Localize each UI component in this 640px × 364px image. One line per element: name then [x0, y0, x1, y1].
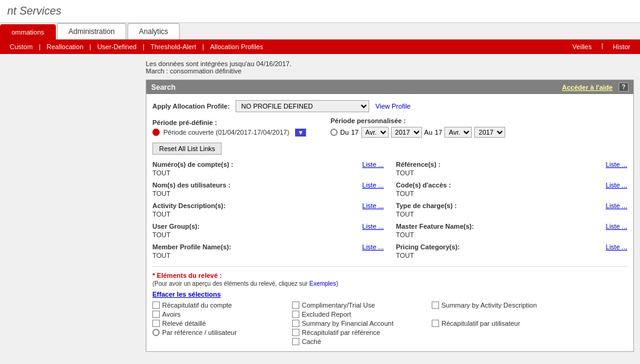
field-label-row-3-right: Type de charge(s) : Liste ...: [396, 202, 627, 209]
field-label-row-5-left: Member Profile Name(s): Liste ...: [152, 243, 384, 251]
cb-cache: Caché: [292, 338, 426, 345]
toolbar-threshold-alert[interactable]: Threshold-Alert: [146, 42, 201, 52]
field-row-3: Activity Description(s): Liste ... TOUT …: [152, 202, 627, 219]
liste-link-type-charge[interactable]: Liste ...: [606, 202, 627, 209]
help-icon[interactable]: ?: [619, 83, 628, 92]
checkbox-releve-detaille[interactable]: [152, 320, 160, 327]
info-line1: Les données sont intégrées jusqu'au 04/1…: [146, 60, 640, 67]
period-predefinie-label: Période pré-définie :: [152, 119, 306, 126]
cb-label-par-reference: Par référence / utilisateur: [162, 329, 237, 336]
period-personnalisee: Période personnalisée : Du 17 Avr. 2017: [330, 117, 505, 138]
field-col-member-profile: Member Profile Name(s): Liste ... TOUT: [152, 243, 384, 260]
field-value-activity: TOUT: [152, 209, 384, 219]
help-link[interactable]: Accéder à l'aide: [562, 84, 613, 91]
date-from-year-select[interactable]: 2017: [391, 127, 422, 138]
checkbox-recapitulatif-compte[interactable]: [152, 302, 160, 309]
field-col-pricing-category: Pricing Category(s): Liste ... TOUT: [396, 243, 627, 260]
cb-empty-4: [432, 338, 602, 345]
tabs-bar: ommations Administration Analytics: [0, 23, 640, 39]
profile-row: Apply Allocation Profile: NO PROFILE DEF…: [152, 100, 627, 112]
search-title: Search: [151, 83, 175, 92]
cb-label-cache: Caché: [302, 338, 321, 345]
field-value-numero: TOUT: [152, 168, 384, 178]
liste-link-numero[interactable]: Liste ...: [363, 161, 384, 168]
cb-excluded-report: Excluded Report: [292, 311, 426, 318]
checkboxes-container: Récapitulatif du compte Complimentary/Tr…: [152, 302, 627, 345]
checkbox-summary-financial[interactable]: [292, 320, 299, 327]
field-value-reference: TOUT: [396, 168, 627, 178]
toolbar-user-defined[interactable]: User-Defined: [92, 42, 141, 52]
liste-link-activity[interactable]: Liste ...: [363, 202, 384, 209]
cb-label-releve-detaille: Relevé détaillé: [162, 320, 206, 327]
field-value-code-acces: TOUT: [396, 189, 627, 198]
toolbar-reallocation[interactable]: Reallocation: [42, 42, 89, 52]
exemples-link[interactable]: Exemples: [309, 280, 336, 287]
field-rows: Numéro(s) de compte(s) : Liste ... TOUT …: [152, 161, 627, 260]
date-from-month-select[interactable]: Avr.: [361, 127, 389, 138]
field-label-row-1-left: Numéro(s) de compte(s) : Liste ...: [152, 161, 384, 168]
checkbox-summary-activity[interactable]: [432, 302, 439, 309]
toolbar-veilles[interactable]: Veilles: [568, 42, 597, 52]
date-to-month-select[interactable]: Avr.: [444, 127, 472, 138]
checkbox-avoirs[interactable]: [152, 311, 160, 318]
field-label-reference: Référence(s) :: [396, 161, 440, 168]
field-value-member-profile: TOUT: [152, 251, 384, 260]
field-col-activity-desc: Activity Description(s): Liste ... TOUT: [152, 202, 384, 219]
app-container: nt Services ommations Administration Ana…: [0, 0, 640, 352]
tab-consommations[interactable]: ommations: [0, 24, 56, 39]
cb-label-recapitulatif-reference: Récapitulatif par référence: [302, 329, 380, 336]
liste-link-reference[interactable]: Liste ...: [606, 161, 627, 168]
toolbar: Custom | Reallocation | User-Defined | T…: [0, 39, 640, 54]
field-label-row-3-left: Activity Description(s): Liste ...: [152, 202, 384, 209]
toolbar-histor[interactable]: Histor: [608, 42, 635, 52]
toolbar-sep1: |: [39, 43, 41, 50]
field-label-activity: Activity Description(s):: [152, 202, 225, 209]
checkbox-recapitulatif-utilisateur[interactable]: [432, 320, 439, 327]
toolbar-sep3: |: [143, 43, 145, 50]
field-col-type-charge: Type de charge(s) : Liste ... TOUT: [396, 202, 627, 219]
clear-selections-link[interactable]: Effacer les sélections: [152, 291, 627, 298]
reset-list-links-button[interactable]: Reset All List Links: [152, 143, 222, 155]
field-row-1: Numéro(s) de compte(s) : Liste ... TOUT …: [152, 161, 627, 178]
checkbox-excluded-report[interactable]: [292, 311, 299, 318]
elements-subtitle: (Pour avoir un aperçu des éléments du re…: [152, 280, 627, 287]
profile-select[interactable]: NO PROFILE DEFINED: [236, 100, 369, 112]
field-label-row-5-right: Pricing Category(s): Liste ...: [396, 243, 627, 251]
liste-link-master-feature[interactable]: Liste ...: [606, 223, 627, 230]
period-couverte-value: Période couverte (01/04/2017-17/04/2017): [163, 129, 289, 136]
field-row-4: User Group(s): Liste ... TOUT Master Fea…: [152, 223, 627, 240]
liste-link-pricing-category[interactable]: Liste ...: [606, 243, 627, 251]
toolbar-custom[interactable]: Custom: [5, 42, 38, 52]
elements-section: * Eléments du relevé : (Pour avoir un ap…: [152, 266, 627, 345]
radio-par-reference[interactable]: [152, 329, 160, 336]
toolbar-allocation-profiles[interactable]: Allocation Profiles: [205, 42, 268, 52]
field-value-nom: TOUT: [152, 189, 384, 198]
liste-link-nom[interactable]: Liste ...: [363, 181, 384, 189]
search-panel: Search Accéder à l'aide ? Apply Allocati…: [146, 79, 634, 352]
cb-releve-detaille: Relevé détaillé: [152, 320, 286, 327]
field-row-2: Nom(s) des utilisateurs : Liste ... TOUT…: [152, 181, 627, 198]
checkbox-cache[interactable]: [292, 338, 299, 345]
field-label-numero: Numéro(s) de compte(s) :: [152, 161, 233, 168]
field-label-row-1-right: Référence(s) : Liste ...: [396, 161, 627, 168]
tab-administration[interactable]: Administration: [57, 23, 126, 39]
checkbox-recapitulatif-reference[interactable]: [292, 329, 299, 336]
app-header: nt Services: [0, 0, 640, 23]
field-value-type-charge: TOUT: [396, 209, 627, 219]
cb-empty-1: [432, 311, 602, 318]
field-row-5: Member Profile Name(s): Liste ... TOUT P…: [152, 243, 627, 260]
checkbox-complimentary[interactable]: [292, 302, 299, 309]
view-profile-link[interactable]: View Profile: [375, 103, 410, 110]
radio-custom-empty[interactable]: [330, 129, 338, 136]
liste-link-code-acces[interactable]: Liste ...: [606, 181, 627, 189]
field-label-user-group: User Group(s):: [152, 223, 200, 230]
date-to-year-select[interactable]: 2017: [474, 127, 505, 138]
field-col-code-acces: Code(s) d'accès : Liste ... TOUT: [396, 181, 627, 198]
liste-link-user-group[interactable]: Liste ...: [363, 223, 384, 230]
tab-analytics[interactable]: Analytics: [128, 23, 180, 39]
app-title: nt Services: [7, 5, 61, 17]
radio-period-btn[interactable]: [152, 129, 160, 136]
liste-link-member-profile[interactable]: Liste ...: [363, 243, 384, 251]
period-predefinie: Période pré-définie : Période couverte (…: [152, 119, 306, 136]
period-arrow-icon[interactable]: ▼: [295, 129, 306, 136]
